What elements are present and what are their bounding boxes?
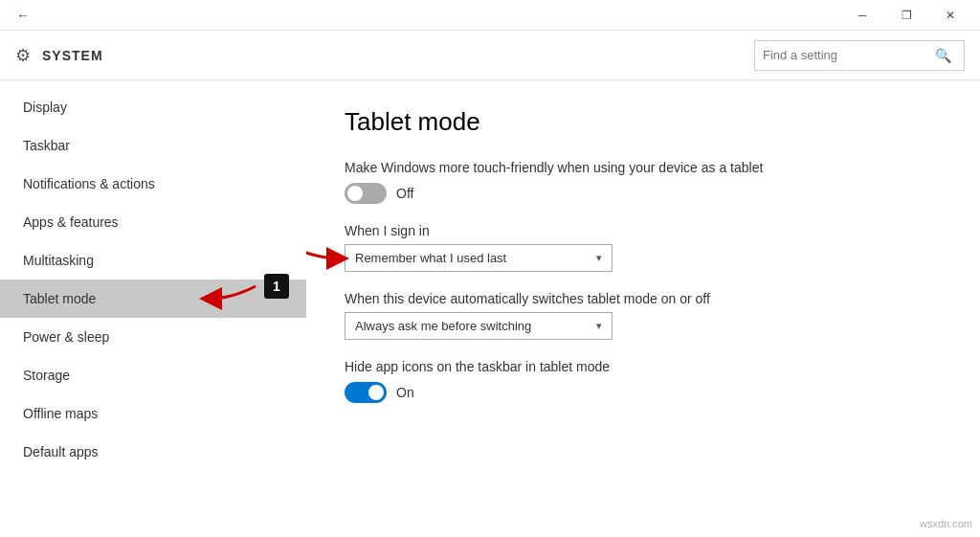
sidebar-item-offline-maps[interactable]: Offline maps	[0, 394, 306, 433]
badge-1: 1	[264, 274, 289, 299]
minimize-button[interactable]: ─	[840, 0, 884, 31]
sidebar-item-multitasking[interactable]: Multitasking	[0, 241, 306, 280]
touch-label: Make Windows more touch-friendly when us…	[345, 160, 942, 175]
toggle-knob-2	[368, 385, 384, 400]
hide-icons-toggle-row: On	[345, 382, 942, 403]
touch-toggle-row: Off	[345, 183, 942, 204]
search-icon: 🔍	[935, 48, 951, 63]
arrow-2	[306, 241, 345, 276]
content-panel: Tablet mode Make Windows more touch-frie…	[306, 80, 980, 537]
hide-icons-toggle[interactable]	[345, 382, 387, 403]
sign-in-dropdown-group: When I sign in Remember what I used last…	[345, 223, 942, 272]
main-layout: Display Taskbar Notifications & actions …	[0, 80, 980, 537]
header: ⚙ SYSTEM 🔍	[0, 31, 980, 80]
header-left: ⚙ SYSTEM	[15, 45, 103, 66]
chevron-down-icon-2: ▾	[596, 320, 602, 332]
hide-icons-label: Hide app icons on the taskbar in tablet …	[345, 359, 942, 374]
auto-switch-dropdown-group: When this device automatically switches …	[345, 291, 942, 340]
search-input[interactable]	[763, 48, 935, 62]
touch-toggle[interactable]	[345, 183, 387, 204]
auto-switch-dropdown[interactable]: Always ask me before switching ▾	[345, 312, 612, 340]
sidebar-item-default-apps[interactable]: Default apps	[0, 433, 306, 471]
sidebar-item-display[interactable]: Display	[0, 88, 306, 126]
back-button[interactable]: ←	[8, 0, 38, 31]
watermark: wsxdn.com	[920, 518, 972, 529]
settings-icon: ⚙	[15, 45, 31, 66]
sidebar-item-tablet-mode[interactable]: Tablet mode 1	[0, 280, 306, 318]
sign-in-dropdown-value: Remember what I used last	[355, 251, 506, 265]
sidebar: Display Taskbar Notifications & actions …	[0, 80, 306, 537]
sidebar-item-apps[interactable]: Apps & features	[0, 203, 306, 241]
auto-switch-dropdown-value: Always ask me before switching	[355, 319, 531, 333]
sidebar-item-taskbar[interactable]: Taskbar	[0, 126, 306, 165]
titlebar: ← ─ ❐ ✕	[0, 0, 980, 31]
toggle-knob	[347, 186, 363, 201]
titlebar-left: ←	[8, 0, 38, 31]
chevron-down-icon: ▾	[596, 252, 602, 264]
auto-switch-label: When this device automatically switches …	[345, 291, 942, 306]
touch-toggle-label: Off	[396, 186, 413, 201]
sign-in-label: When I sign in	[345, 223, 942, 238]
sign-in-dropdown[interactable]: Remember what I used last ▾ 2	[345, 244, 612, 272]
sidebar-item-power[interactable]: Power & sleep	[0, 318, 306, 356]
arrow-1	[203, 281, 260, 316]
window-controls: ─ ❐ ✕	[840, 0, 972, 31]
app-title: SYSTEM	[42, 48, 103, 63]
search-box[interactable]: 🔍	[754, 40, 965, 71]
restore-button[interactable]: ❐	[884, 0, 928, 31]
sidebar-item-storage[interactable]: Storage	[0, 356, 306, 394]
sidebar-item-notifications[interactable]: Notifications & actions	[0, 165, 306, 203]
close-button[interactable]: ✕	[928, 0, 972, 31]
page-title: Tablet mode	[345, 107, 942, 137]
hide-icons-toggle-label: On	[396, 385, 414, 400]
